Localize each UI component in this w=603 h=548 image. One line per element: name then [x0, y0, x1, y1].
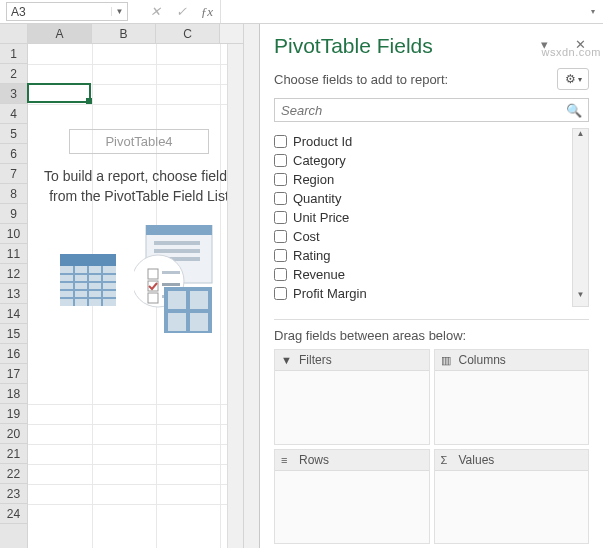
col-header-c[interactable]: C: [156, 24, 220, 43]
formula-cancel-icon: ✕: [142, 0, 168, 23]
row-header[interactable]: 22: [0, 464, 27, 484]
pane-separator[interactable]: [244, 24, 260, 548]
pivot-name-label: PivotTable4: [69, 129, 209, 154]
field-checkbox[interactable]: [274, 268, 287, 281]
field-checkbox[interactable]: [274, 154, 287, 167]
field-label: Profit Margin: [293, 286, 367, 301]
rows-label: Rows: [299, 453, 329, 467]
field-checkbox[interactable]: [274, 173, 287, 186]
row-header[interactable]: 13: [0, 284, 27, 304]
field-item[interactable]: Profit Margin: [274, 284, 568, 303]
worksheet-scrollbar[interactable]: [227, 44, 243, 548]
active-cell-outline: [27, 83, 91, 103]
svg-rect-12: [154, 249, 200, 253]
row-header[interactable]: 6: [0, 144, 27, 164]
filter-icon: ▼: [281, 354, 295, 366]
row-header[interactable]: 10: [0, 224, 27, 244]
row-header[interactable]: 2: [0, 64, 27, 84]
formula-bar-input[interactable]: [220, 0, 583, 23]
field-item[interactable]: Rating: [274, 246, 568, 265]
row-header[interactable]: 5: [0, 124, 27, 144]
row-header[interactable]: 16: [0, 344, 27, 364]
field-item[interactable]: Unit Price: [274, 208, 568, 227]
field-checkbox[interactable]: [274, 249, 287, 262]
row-header[interactable]: 12: [0, 264, 27, 284]
field-checkbox[interactable]: [274, 230, 287, 243]
drag-areas-label: Drag fields between areas below:: [274, 328, 589, 343]
rows-icon: ≡: [281, 454, 295, 466]
field-label: Revenue: [293, 267, 345, 282]
row-header[interactable]: 17: [0, 364, 27, 384]
row-header[interactable]: 14: [0, 304, 27, 324]
name-box[interactable]: A3 ▼: [6, 2, 128, 21]
search-box[interactable]: 🔍: [274, 98, 589, 122]
columns-area[interactable]: ▥ Columns: [434, 349, 590, 445]
fields-pane-title: PivotTable Fields: [274, 34, 517, 58]
field-checkbox[interactable]: [274, 192, 287, 205]
col-header-a[interactable]: A: [28, 24, 92, 43]
layout-options-button[interactable]: ⚙ ▾: [557, 68, 589, 90]
field-item[interactable]: Region: [274, 170, 568, 189]
field-checkbox[interactable]: [274, 135, 287, 148]
row-header[interactable]: 15: [0, 324, 27, 344]
row-header[interactable]: 21: [0, 444, 27, 464]
columns-label: Columns: [459, 353, 506, 367]
formula-bar-expand-icon[interactable]: ▾: [583, 0, 603, 23]
filters-area[interactable]: ▼ Filters: [274, 349, 430, 445]
row-headers: 1 2 3 4 5 6 7 8 9 10 11 12 13 14 15 16 1…: [0, 44, 28, 548]
row-header[interactable]: 3: [0, 84, 27, 104]
row-header[interactable]: 18: [0, 384, 27, 404]
row-header[interactable]: 23: [0, 484, 27, 504]
values-area[interactable]: Σ Values: [434, 449, 590, 545]
fields-list-scrollbar[interactable]: ▲ ▼: [572, 128, 589, 307]
table-graphic-icon: [60, 254, 116, 306]
search-input[interactable]: [281, 103, 566, 118]
row-header[interactable]: 24: [0, 504, 27, 524]
chevron-down-icon: ▾: [578, 75, 582, 84]
field-item[interactable]: Product Id: [274, 132, 568, 151]
row-header[interactable]: 4: [0, 104, 27, 124]
grid-body: 1 2 3 4 5 6 7 8 9 10 11 12 13 14 15 16 1…: [0, 44, 243, 548]
field-label: Category: [293, 153, 346, 168]
field-label: Quantity: [293, 191, 341, 206]
search-icon: 🔍: [566, 103, 582, 118]
rows-area[interactable]: ≡ Rows: [274, 449, 430, 545]
field-checkbox[interactable]: [274, 211, 287, 224]
field-item[interactable]: Quantity: [274, 189, 568, 208]
field-label: Region: [293, 172, 334, 187]
field-label: Product Id: [293, 134, 352, 149]
row-header[interactable]: 11: [0, 244, 27, 264]
scroll-up-icon[interactable]: ▲: [573, 129, 588, 145]
row-header[interactable]: 1: [0, 44, 27, 64]
row-header[interactable]: 9: [0, 204, 27, 224]
cells-region[interactable]: PivotTable4 To build a report, choose fi…: [28, 44, 243, 548]
row-header[interactable]: 8: [0, 184, 27, 204]
field-item[interactable]: Cost: [274, 227, 568, 246]
namebox-formula-bar: A3 ▼ ✕ ✓ ƒx ▾: [0, 0, 603, 24]
insert-function-icon[interactable]: ƒx: [194, 0, 220, 23]
main-area: A B C 1 2 3 4 5 6 7 8 9 10 11 12 13 14 1…: [0, 24, 603, 548]
svg-rect-11: [154, 241, 200, 245]
field-item[interactable]: Revenue: [274, 265, 568, 284]
gear-icon: ⚙: [565, 72, 576, 86]
field-item[interactable]: Category: [274, 151, 568, 170]
field-label: Rating: [293, 248, 331, 263]
name-box-dropdown-icon[interactable]: ▼: [111, 7, 127, 16]
svg-rect-15: [148, 269, 158, 279]
pivot-placeholder[interactable]: PivotTable4 To build a report, choose fi…: [40, 129, 238, 335]
column-headers: A B C: [0, 24, 243, 44]
report-graphic-icon: [134, 225, 218, 335]
row-header[interactable]: 7: [0, 164, 27, 184]
row-header[interactable]: 19: [0, 404, 27, 424]
col-header-b[interactable]: B: [92, 24, 156, 43]
field-checkbox[interactable]: [274, 287, 287, 300]
worksheet-area: A B C 1 2 3 4 5 6 7 8 9 10 11 12 13 14 1…: [0, 24, 244, 548]
row-header[interactable]: 20: [0, 424, 27, 444]
svg-rect-10: [146, 225, 212, 235]
areas-grid: ▼ Filters ▥ Columns ≡ Rows Σ Value: [274, 349, 589, 544]
pivot-placeholder-graphic: [40, 225, 238, 335]
select-all-corner[interactable]: [0, 24, 28, 43]
choose-fields-label: Choose fields to add to report:: [274, 72, 557, 87]
pivot-instruction-text: To build a report, choose fields from th…: [40, 166, 238, 207]
scroll-down-icon[interactable]: ▼: [573, 290, 588, 306]
